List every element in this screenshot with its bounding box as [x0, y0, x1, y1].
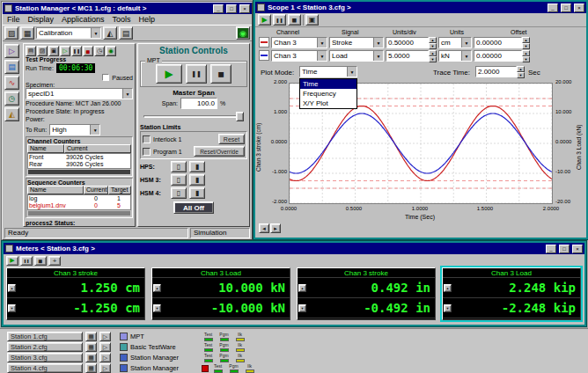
station-config-button[interactable]: Station 2.cfg: [7, 342, 83, 352]
chevron-down-icon[interactable]: [317, 38, 327, 48]
stop-icon[interactable]: ◼: [83, 46, 93, 56]
power-icon[interactable]: ◉: [106, 46, 116, 56]
trace-time-stepper[interactable]: 2.0000: [475, 66, 525, 77]
close-button[interactable]: ×: [574, 4, 584, 12]
minimize-button[interactable]: _: [548, 4, 558, 12]
minimize-button[interactable]: _: [213, 4, 224, 13]
save-icon[interactable]: ▣: [305, 14, 319, 26]
station-run-button[interactable]: ▷: [99, 342, 111, 352]
detectors-icon[interactable]: ◭: [103, 26, 117, 40]
hsm4-low-button[interactable]: ▯: [171, 187, 187, 199]
save-icon[interactable]: ▣: [48, 46, 59, 56]
paused-checkbox[interactable]: [102, 74, 109, 81]
table-row[interactable]: log01: [28, 195, 130, 202]
spin-up-icon[interactable]: [429, 37, 437, 43]
span-slider[interactable]: [143, 111, 244, 122]
signal-combo[interactable]: Stroke: [329, 37, 384, 48]
spin-down-icon[interactable]: [522, 43, 530, 49]
add-meter-icon[interactable]: +: [48, 256, 61, 266]
program-hold-button[interactable]: ❚❚: [186, 64, 207, 84]
run-icon[interactable]: ▷: [60, 46, 70, 56]
min-arrow-icon[interactable]: [298, 304, 306, 312]
hsm4-high-button[interactable]: ▮: [189, 187, 205, 199]
units-combo[interactable]: cm: [438, 37, 472, 48]
menu-tools[interactable]: Tools: [113, 15, 131, 24]
channel-combo[interactable]: Chan 3: [271, 50, 327, 62]
menu-file[interactable]: File: [7, 15, 20, 24]
dropdown-option-time[interactable]: Time: [300, 79, 356, 89]
station-config-button[interactable]: Station 4.cfg: [7, 363, 83, 373]
scope-stop-icon[interactable]: ◼: [288, 14, 301, 26]
min-arrow-icon[interactable]: [8, 304, 16, 312]
hold-icon[interactable]: ❚❚: [71, 46, 82, 56]
station-run-button[interactable]: ▷: [99, 353, 111, 362]
chevron-down-icon[interactable]: [91, 28, 100, 38]
units-div-stepper[interactable]: 0.50000: [386, 37, 437, 48]
scope-run-icon[interactable]: ▶: [258, 14, 271, 26]
horizontal-scrollbar[interactable]: [28, 211, 130, 216]
meters-hold-icon[interactable]: ❚❚: [20, 256, 33, 266]
offset-stepper[interactable]: 0.00000: [474, 37, 530, 48]
calibration-combo[interactable]: Calibration: [36, 27, 101, 39]
station-config-button[interactable]: Station 1.cfg: [7, 332, 83, 341]
maximize-button[interactable]: □: [561, 4, 571, 12]
table-row[interactable]: belgium1.dnv05: [28, 202, 130, 209]
max-arrow-icon[interactable]: [444, 284, 452, 292]
units-combo[interactable]: kN: [438, 50, 472, 62]
channel-combo[interactable]: Chan 3: [271, 37, 327, 48]
program-stop-button[interactable]: ◼: [210, 64, 232, 84]
station-power-icon[interactable]: ◉: [236, 26, 250, 40]
interlock-reset-button[interactable]: Reset: [218, 134, 245, 144]
dropdown-option-frequency[interactable]: Frequency: [300, 89, 356, 99]
column-header-target[interactable]: Target: [108, 186, 131, 194]
menu-display[interactable]: Display: [28, 15, 55, 24]
trace-color-swatch[interactable]: [259, 37, 269, 48]
spin-up-icon[interactable]: [429, 50, 437, 56]
signal-combo[interactable]: Load: [329, 50, 384, 62]
program-run-button[interactable]: ▶: [156, 64, 182, 84]
column-header-name[interactable]: Name: [27, 186, 84, 194]
min-arrow-icon[interactable]: [444, 304, 452, 312]
to-run-combo[interactable]: High: [49, 124, 100, 135]
mpt-icon[interactable]: ▷: [4, 44, 19, 58]
close-button[interactable]: ×: [239, 4, 250, 13]
station-display-button[interactable]: ▦: [85, 363, 97, 373]
specimen-combo[interactable]: specID1: [26, 88, 133, 99]
chevron-down-icon[interactable]: [317, 51, 327, 61]
chevron-down-icon[interactable]: [461, 38, 471, 48]
min-arrow-icon[interactable]: [153, 304, 161, 312]
display-layout-icon[interactable]: ▦: [20, 26, 34, 40]
max-arrow-icon[interactable]: [298, 284, 306, 292]
chevron-down-icon[interactable]: [90, 125, 99, 135]
hsm3-low-button[interactable]: ▯: [171, 174, 187, 186]
column-header-current[interactable]: Current: [64, 144, 131, 153]
function-generator-icon[interactable]: ∿: [4, 76, 19, 90]
counters-icon[interactable]: ◷: [4, 91, 19, 106]
spin-up-icon[interactable]: [522, 37, 530, 43]
chevron-down-icon[interactable]: [373, 38, 383, 48]
station-setup-icon[interactable]: ▤: [119, 26, 133, 40]
max-arrow-icon[interactable]: [153, 284, 161, 292]
meters-run-icon[interactable]: ▶: [6, 256, 18, 266]
table-row[interactable]: Rear39026 Cycles: [28, 161, 130, 168]
station-manager-titlebar[interactable]: Station Manager < MC1 1.cfg : default > …: [3, 3, 252, 14]
station-run-button[interactable]: ▷: [99, 332, 111, 341]
horizontal-scrollbar[interactable]: [28, 170, 130, 174]
station-display-button[interactable]: ▦: [85, 332, 97, 341]
spin-down-icon[interactable]: [517, 72, 525, 78]
station-run-button[interactable]: ▷: [99, 363, 111, 373]
spin-up-icon[interactable]: [517, 66, 525, 72]
station-config-button[interactable]: Station 3.cfg: [7, 353, 83, 362]
hsm3-high-button[interactable]: ▮: [189, 174, 205, 186]
minimize-button[interactable]: _: [546, 245, 556, 253]
meters-stop-icon[interactable]: ◼: [34, 256, 47, 266]
hps-low-button[interactable]: ▯: [171, 161, 187, 172]
maximize-button[interactable]: □: [559, 245, 570, 253]
plot-mode-combo[interactable]: Time: [299, 66, 357, 77]
units-div-stepper[interactable]: 5.0000: [386, 50, 437, 62]
spin-down-icon[interactable]: [429, 56, 437, 62]
program-reset-button[interactable]: Reset/Override: [194, 146, 245, 157]
open-station-icon[interactable]: ▨: [4, 26, 18, 40]
trace-color-swatch[interactable]: [259, 50, 269, 61]
column-header-current[interactable]: Current: [84, 186, 108, 194]
